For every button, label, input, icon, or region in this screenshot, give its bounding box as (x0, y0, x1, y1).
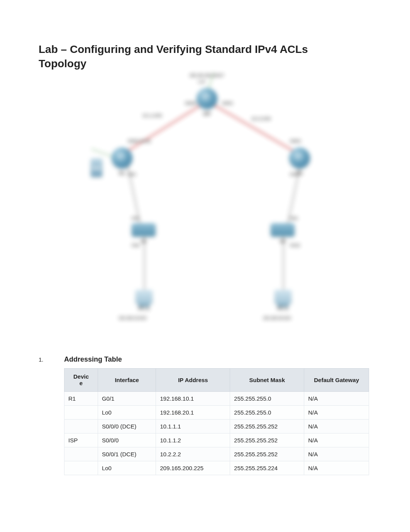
switch-icon (271, 223, 295, 236)
cell-mask: 255.255.255.0 (230, 405, 304, 419)
node-label: R1 (119, 171, 125, 176)
router-icon (197, 88, 217, 109)
col-header-gateway: Default Gateway (304, 369, 369, 392)
node-s3: S3 (271, 223, 295, 244)
link-isp-r1 (123, 102, 205, 154)
cell-gw: N/A (304, 391, 369, 405)
topology-diagram: Lo0 10.1.1.0/30 10.2.2.0/30 S0/0/0 S0/0/… (74, 81, 336, 328)
cell-ip: 10.1.1.1 (156, 419, 230, 433)
cell-ip: 192.168.20.1 (156, 405, 230, 419)
page-subtitle: Topology (39, 57, 371, 70)
cell-mask: 255.255.255.224 (230, 461, 304, 475)
node-r1: R1 (112, 148, 132, 176)
cell-ip: 209.165.200.225 (156, 461, 230, 475)
node-s1: S1 (132, 223, 156, 244)
pc-icon (136, 290, 152, 304)
section-title: Addressing Table (64, 355, 122, 364)
cell-if: Lo0 (98, 461, 156, 475)
table-header: Devic e Interface IP Address Subnet Mask… (64, 369, 369, 392)
lbl-isp-s000: S0/0/0 (185, 101, 196, 105)
lbl-wan-left: 10.1.1.0/30 (142, 114, 162, 118)
node-label: R3 (296, 171, 302, 176)
table-row: S0/0/0 (DCE) 10.1.1.1 255.255.255.252 N/… (64, 419, 369, 433)
cell-gw: N/A (304, 461, 369, 475)
cell-if: Lo0 (98, 405, 156, 419)
link-r1-lo0 (91, 149, 113, 157)
node-server-a (91, 158, 102, 179)
cell-gw: N/A (304, 433, 369, 447)
switch-icon (132, 223, 156, 236)
lbl-r3-s001: S0/0/1 (290, 139, 301, 143)
cell-ip: 10.2.2.2 (156, 447, 230, 461)
table-row: S0/0/1 (DCE) 10.2.2.2 255.255.255.252 N/… (64, 447, 369, 461)
node-label: S3 (280, 239, 286, 244)
section-heading-row: 1. Addressing Table (39, 355, 371, 364)
node-label: S1 (141, 239, 147, 244)
page-title: Lab – Configuring and Verifying Standard… (39, 42, 371, 56)
col-header-mask: Subnet Mask (230, 369, 304, 392)
cell-gw: N/A (304, 447, 369, 461)
cell-device (64, 461, 98, 475)
document-page: Lab – Configuring and Verifying Standard… (0, 0, 410, 532)
cell-device: R1 (64, 391, 98, 405)
cell-if: S0/0/1 (DCE) (98, 447, 156, 461)
cell-mask: 255.255.255.0 (230, 391, 304, 405)
cell-mask: 255.255.255.252 (230, 419, 304, 433)
cell-device (64, 447, 98, 461)
node-label: PC-A (138, 306, 149, 311)
col-header-ip: IP Address (156, 369, 230, 392)
cell-if: S0/0/0 (98, 433, 156, 447)
lbl-s1-f05: F0/5 (132, 216, 139, 221)
lbl-net-right: 192.168.30.0/24 (263, 316, 291, 320)
lbl-lo-net: 209.165.200.224/27 (190, 73, 224, 78)
table-row: ISP S0/0/0 10.1.1.2 255.255.255.252 N/A (64, 433, 369, 447)
col-header-interface: Interface (98, 369, 156, 392)
node-pc-c: PC-C (274, 290, 291, 311)
addressing-table: Devic e Interface IP Address Subnet Mask… (64, 368, 369, 475)
cell-ip: 10.1.1.2 (156, 433, 230, 447)
topology-diagram-container: Lo0 10.1.1.0/30 10.2.2.0/30 S0/0/0 S0/0/… (39, 81, 371, 328)
col-header-device: Devic e (64, 369, 98, 392)
cell-gw: N/A (304, 419, 369, 433)
cell-device (64, 419, 98, 433)
lbl-net-left: 192.168.10.0/24 (119, 316, 146, 320)
cell-gw: N/A (304, 405, 369, 419)
pc-icon (274, 290, 291, 304)
table-body: R1 G0/1 192.168.10.1 255.255.255.0 N/A L… (64, 391, 369, 475)
node-isp: ISP (197, 88, 217, 117)
cell-mask: 255.255.255.252 (230, 447, 304, 461)
node-label: ISP (203, 111, 210, 117)
cell-device: ISP (64, 433, 98, 447)
node-label: PC-C (277, 306, 288, 311)
lbl-s3-f05: F0/5 (290, 216, 298, 221)
cell-device (64, 405, 98, 419)
table-row: Lo0 192.168.20.1 255.255.255.0 N/A (64, 405, 369, 419)
table-row: Lo0 209.165.200.225 255.255.255.224 N/A (64, 461, 369, 475)
router-icon (289, 148, 310, 168)
cell-ip: 192.168.10.1 (156, 391, 230, 405)
cell-if: G0/1 (98, 391, 156, 405)
lbl-r1-s000: S0/0/0 (DCE) (128, 139, 151, 143)
table-row: R1 G0/1 192.168.10.1 255.255.255.0 N/A (64, 391, 369, 405)
lbl-isp-s001: S0/0/1 (222, 101, 233, 105)
lbl-isp-lo0: Lo0 (198, 80, 205, 84)
router-icon (112, 148, 132, 168)
section-number: 1. (39, 356, 64, 363)
lbl-wan-right: 10.2.2.0/30 (251, 117, 271, 121)
node-pc-a: PC-A (136, 290, 152, 311)
cell-mask: 255.255.255.252 (230, 433, 304, 447)
cell-if: S0/0/0 (DCE) (98, 419, 156, 433)
server-icon (91, 158, 102, 177)
node-r3: R3 (289, 148, 310, 176)
